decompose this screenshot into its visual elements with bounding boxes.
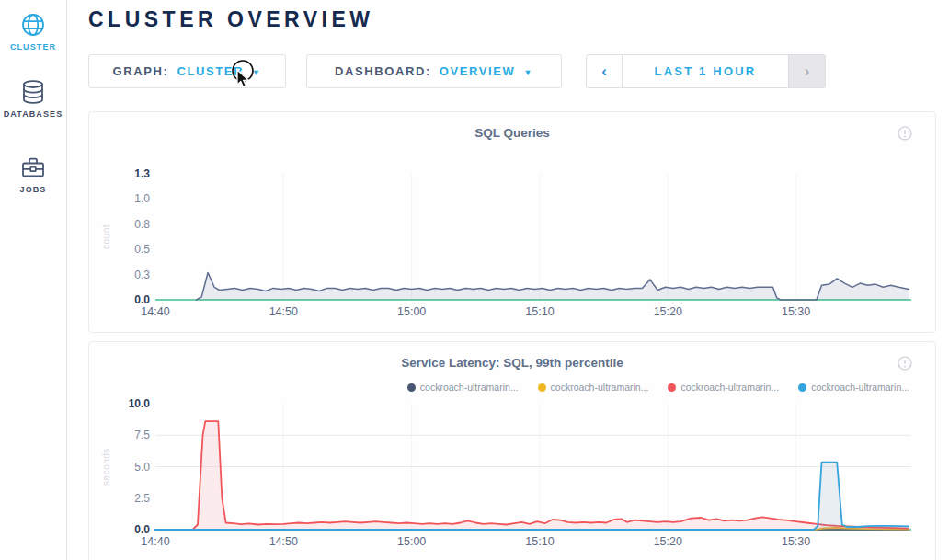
time-next-button: › <box>788 54 826 88</box>
svg-text:0.0: 0.0 <box>134 293 150 306</box>
svg-text:count: count <box>101 224 111 249</box>
svg-text:0.0: 0.0 <box>134 523 150 536</box>
svg-text:seconds: seconds <box>101 448 111 486</box>
dashboard-dropdown-value: OVERVIEW <box>440 64 516 78</box>
dashboard-dropdown[interactable]: DASHBOARD: OVERVIEW ▼ <box>306 54 562 88</box>
svg-text:7.5: 7.5 <box>134 429 150 441</box>
time-prev-button[interactable]: ‹ <box>586 54 623 88</box>
page-title: CLUSTER OVERVIEW <box>88 7 374 32</box>
sidebar: CLUSTER DATABASES JOBS <box>0 0 67 560</box>
svg-text:15:00: 15:00 <box>397 535 426 548</box>
svg-text:15:10: 15:10 <box>525 535 554 548</box>
graph-dropdown-label: GRAPH: <box>113 64 169 78</box>
svg-text:15:20: 15:20 <box>654 535 682 548</box>
graph-dropdown-value: CLUSTER <box>177 64 244 78</box>
graph-dropdown[interactable]: GRAPH: CLUSTER ▼ <box>88 54 286 88</box>
chart-panel-service-latency: Service Latency: SQL, 99th percentile co… <box>88 341 936 560</box>
chevron-down-icon: ▼ <box>252 68 262 77</box>
svg-text:15:10: 15:10 <box>525 305 554 318</box>
time-window-selector: ‹ LAST 1 HOUR › <box>586 54 826 88</box>
svg-text:5.0: 5.0 <box>134 461 150 474</box>
chevron-down-icon: ▼ <box>523 68 533 77</box>
sidebar-item-label: CLUSTER <box>0 42 66 51</box>
svg-text:0.3: 0.3 <box>134 269 150 281</box>
svg-text:14:50: 14:50 <box>269 535 298 548</box>
svg-text:15:00: 15:00 <box>397 305 426 318</box>
chart-panel-sql-queries: SQL Queries 1.31.00.80.50.30.014:4014:50… <box>88 111 936 333</box>
svg-text:14:40: 14:40 <box>141 535 169 548</box>
time-window-label[interactable]: LAST 1 HOUR <box>623 54 788 88</box>
svg-text:15:20: 15:20 <box>654 305 682 318</box>
svg-text:0.5: 0.5 <box>134 243 150 256</box>
service-latency-chart[interactable]: 10.07.55.02.50.014:4014:5015:0015:1015:2… <box>89 342 935 560</box>
globe-icon <box>19 12 47 39</box>
svg-text:2.5: 2.5 <box>134 492 150 505</box>
database-icon <box>19 79 47 106</box>
svg-text:1.0: 1.0 <box>134 192 150 205</box>
sidebar-item-cluster[interactable]: CLUSTER <box>0 12 66 51</box>
svg-text:15:30: 15:30 <box>782 305 810 318</box>
sidebar-item-databases[interactable]: DATABASES <box>0 79 66 119</box>
briefcase-icon <box>19 154 47 181</box>
svg-text:14:50: 14:50 <box>269 305 298 318</box>
svg-text:0.8: 0.8 <box>134 218 150 231</box>
svg-text:15:30: 15:30 <box>782 535 810 548</box>
sql-queries-chart[interactable]: 1.31.00.80.50.30.014:4014:5015:0015:1015… <box>89 112 935 332</box>
svg-text:10.0: 10.0 <box>129 397 151 410</box>
sidebar-item-label: JOBS <box>0 185 66 194</box>
svg-text:14:40: 14:40 <box>141 305 169 318</box>
sidebar-item-label: DATABASES <box>0 109 66 119</box>
sidebar-item-jobs[interactable]: JOBS <box>0 154 66 194</box>
svg-text:1.3: 1.3 <box>134 167 150 180</box>
dashboard-dropdown-label: DASHBOARD: <box>335 64 431 78</box>
